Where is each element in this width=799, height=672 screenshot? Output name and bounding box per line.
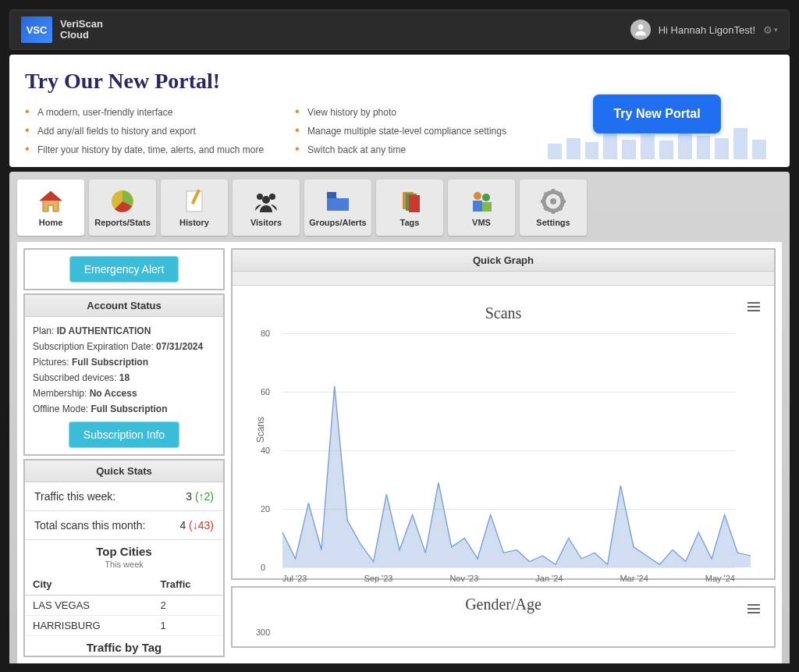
ytick-300: 300 [256,628,270,637]
chart-menu-icon[interactable] [748,602,760,616]
nav-reports[interactable]: Reports/Stats [89,180,156,236]
label: Subscription Expiration Date: [33,341,154,352]
top-cities-caption: This week [25,560,223,574]
people-icon [252,188,280,215]
main-area: Home Reports/Stats History Visitors Grou… [9,172,790,663]
chart-title: Scans [256,304,751,322]
ytick: 0 [261,563,265,572]
promo-banner: Try Our New Portal! A modern, user-frien… [9,55,790,167]
svg-rect-16 [482,202,492,212]
promo-item: Add any/all fields to history and export [25,122,264,140]
label: Plan: [33,325,54,336]
svg-point-6 [257,194,263,200]
city-cell: HARRISBURG [25,616,153,636]
stat-traffic-week: Traffic this week: 3 (↑2) [25,482,223,511]
stat-value: 4 [179,519,186,532]
svg-line-23 [545,193,548,196]
svg-rect-15 [473,201,482,212]
home-icon [37,188,64,215]
pencil-note-icon [183,188,206,215]
svg-point-8 [262,196,270,204]
svg-rect-12 [409,195,420,212]
tags-icon [398,188,421,215]
city-cell: LAS VEGAS [25,596,153,616]
folder-icon [325,188,350,215]
quick-stats-panel: Quick Stats Traffic this week: 3 (↑2) To… [23,459,225,657]
gear-icon [541,188,566,215]
promo-list-2: View history by photo Manage multiple st… [295,103,506,159]
svg-point-0 [637,24,643,30]
dev-value: 18 [119,372,130,383]
ytick: 60 [261,387,270,396]
label: Subscribed devices: [33,372,116,383]
vms-people-icon [468,188,495,215]
promo-item: Switch back at any time [295,140,506,159]
xtick: Mar '24 [620,574,648,583]
nav-visitors[interactable]: Visitors [233,180,300,236]
stat-value: 3 [186,490,192,503]
account-status-panel: Account Status Plan: ID AUTHENTICATION S… [23,293,225,456]
ytick: 20 [261,504,270,514]
y-axis-label: Scans [255,417,266,443]
try-new-portal-button[interactable]: Try New Portal [593,94,720,133]
nav-settings[interactable]: Settings [520,180,587,236]
brand[interactable]: VSC VeriScan Cloud [21,16,103,43]
brand-badge: VSC [21,16,52,43]
nav-tags[interactable]: Tags [376,180,443,236]
svg-point-7 [269,194,275,200]
ytick: 80 [261,329,270,338]
nav-history[interactable]: History [161,180,228,236]
xtick: Nov '23 [449,574,478,583]
traffic-cell: 1 [153,616,223,636]
x-axis: Jul '23Sep '23Nov '23Jan '24Mar '24May '… [282,574,735,583]
chart-title: Gender/Age [256,596,751,613]
traffic-by-tag-heading: Traffic by Tag [25,636,223,656]
nav-vms[interactable]: VMS [448,180,515,236]
off-value: Full Subscription [91,404,168,414]
ytick: 40 [261,446,270,455]
panel-title: Quick Graph [233,250,774,272]
panel-title: Quick Stats [25,460,223,482]
table-row: LAS VEGAS2 [25,596,223,616]
chart-menu-icon[interactable] [748,300,760,314]
xtick: Jul '23 [282,574,307,583]
promo-item: View history by photo [295,103,506,122]
nav-label: History [179,218,209,227]
scans-chart: Scans 020406080 Jul '23Sep '23Nov '23Jan… [282,333,751,567]
svg-point-14 [482,194,490,201]
mem-value: No Access [90,388,137,399]
svg-point-13 [474,192,481,200]
promo-item: Manage multiple state-level compliance s… [295,122,506,140]
pie-chart-icon [110,188,135,215]
pics-value: Full Subscription [72,357,148,368]
promo-heading: Try Our New Portal! [25,69,540,94]
nav-groups[interactable]: Groups/Alerts [304,180,371,236]
brand-name: VeriScan Cloud [60,19,103,41]
svg-line-26 [559,193,562,196]
quick-graph-panel: Quick Graph Scans Scans 020406080 [231,248,776,580]
nav-label: VMS [472,218,491,227]
col-city: City [25,574,153,596]
table-row: HARRISBURG1 [25,616,223,636]
gender-age-panel: Gender/Age 300 [231,586,776,648]
xtick: May '24 [705,574,735,583]
nav-label: Home [39,218,63,227]
panel-title: Account Status [25,295,223,317]
promo-item: Filter your history by date, time, alert… [25,140,264,159]
label: Pictures: [33,357,69,368]
promo-item: A modern, user-friendly interface [25,103,264,122]
svg-point-18 [550,198,556,204]
top-cities-heading: Top Cities [25,540,223,560]
svg-line-25 [545,207,548,210]
emergency-alert-button[interactable]: Emergency Alert [69,256,179,283]
stat-delta-down: (↓43) [189,519,214,532]
stat-scans-month: Total scans this month: 4 (↓43) [25,511,223,540]
nav-label: Settings [536,218,570,227]
xtick: Sep '23 [364,574,392,583]
subscription-info-button[interactable]: Subscription Info [69,421,179,448]
settings-gear-icon[interactable]: ⚙▾ [763,24,778,36]
user-menu[interactable]: Hi Hannah LigonTest! ⚙▾ [630,20,778,40]
user-greeting: Hi Hannah LigonTest! [659,24,755,36]
nav-home[interactable]: Home [17,180,84,236]
nav-label: Reports/Stats [94,218,151,227]
